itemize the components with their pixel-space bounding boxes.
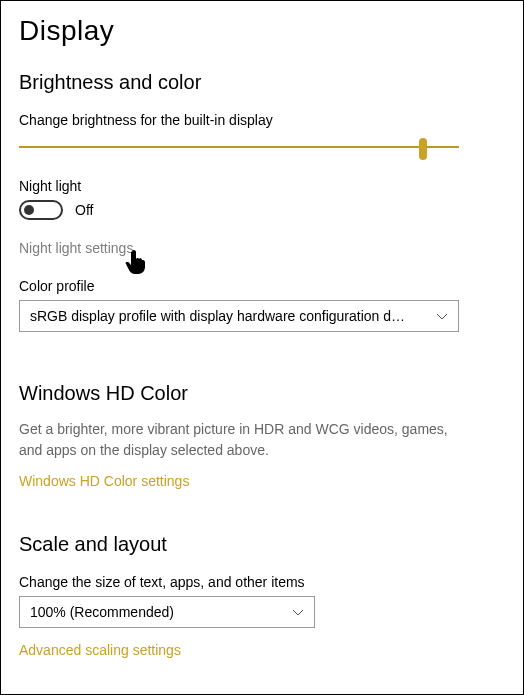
hdcolor-description: Get a brighter, more vibrant picture in … (19, 419, 449, 461)
slider-thumb[interactable] (419, 138, 427, 160)
scale-size-value: 100% (Recommended) (30, 604, 284, 620)
night-light-status: Off (75, 202, 93, 218)
brightness-slider-label: Change brightness for the built-in displ… (19, 112, 505, 128)
chevron-down-icon (436, 310, 448, 322)
toggle-knob (24, 205, 34, 215)
scale-size-label: Change the size of text, apps, and other… (19, 574, 505, 590)
advanced-scaling-link[interactable]: Advanced scaling settings (19, 642, 505, 658)
slider-track (19, 146, 459, 148)
color-profile-value: sRGB display profile with display hardwa… (30, 308, 428, 324)
chevron-down-icon (292, 606, 304, 618)
brightness-slider[interactable] (19, 138, 459, 158)
color-profile-label: Color profile (19, 278, 505, 294)
hdcolor-section-title: Windows HD Color (19, 382, 505, 405)
night-light-settings-link: Night light settings (19, 240, 505, 256)
night-light-toggle[interactable] (19, 200, 63, 220)
color-profile-dropdown[interactable]: sRGB display profile with display hardwa… (19, 300, 459, 332)
night-light-label: Night light (19, 178, 505, 194)
hdcolor-settings-link[interactable]: Windows HD Color settings (19, 473, 505, 489)
scale-section-title: Scale and layout (19, 533, 505, 556)
page-title: Display (19, 15, 505, 47)
hand-cursor-icon (125, 250, 145, 274)
brightness-section-title: Brightness and color (19, 71, 505, 94)
scale-size-dropdown[interactable]: 100% (Recommended) (19, 596, 315, 628)
